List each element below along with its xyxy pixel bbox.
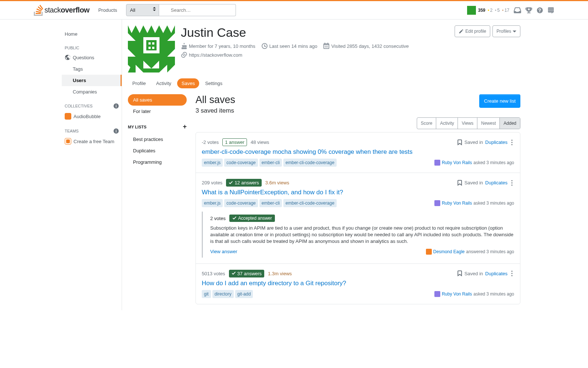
more-vertical-icon xyxy=(511,139,513,145)
svg-point-24 xyxy=(511,139,512,141)
sidebar-item-audiobubble[interactable]: AudioBubble xyxy=(62,110,122,123)
list-programming[interactable]: Programming xyxy=(128,156,187,168)
sidebar-item-users[interactable]: Users xyxy=(62,75,122,86)
add-list-icon[interactable]: + xyxy=(183,123,187,131)
profile-tabs: Profile Activity Saves Settings xyxy=(128,78,520,88)
sidebar-item-tags[interactable]: Tags xyxy=(62,63,122,75)
more-vertical-icon xyxy=(511,270,513,276)
item-title-link[interactable]: What is a NullPointerException, and how … xyxy=(202,189,514,196)
edit-profile-label: Edit profile xyxy=(465,29,486,34)
accepted-badge: Accepted answer xyxy=(229,215,275,222)
silver-badge-count: 5 xyxy=(495,8,500,13)
products-link[interactable]: Products xyxy=(94,5,121,15)
list-best-practices[interactable]: Best practices xyxy=(128,134,187,145)
saved-list-link[interactable]: Duplicates xyxy=(485,139,508,145)
tag[interactable]: git xyxy=(202,290,211,298)
svg-point-26 xyxy=(511,144,512,145)
logo[interactable]: stackoverflow xyxy=(34,5,89,16)
profile-url[interactable]: https://stackoverflow.com xyxy=(181,52,242,58)
item-title-link[interactable]: How do I add an empty directory to a Git… xyxy=(202,280,514,287)
saved-items-list: -2 votes1 answer48 views Saved in Duplic… xyxy=(196,132,520,304)
item-stats: 209 votes 12 answers3.6m views xyxy=(202,179,289,187)
tag[interactable]: ember-cli xyxy=(259,199,282,207)
sidebar-item-create-team[interactable]: Create a free Team xyxy=(62,135,122,148)
saved-item: 209 votes 12 answers3.6m views Saved in … xyxy=(196,173,520,264)
main-column: All saves 3 saved items Create new list … xyxy=(196,94,520,304)
sidebar-item-label: Questions xyxy=(73,55,94,60)
tab-saves[interactable]: Saves xyxy=(177,78,199,88)
tag[interactable]: code-coverage xyxy=(224,199,258,207)
list-all-saves[interactable]: All saves xyxy=(128,94,187,106)
item-more-button[interactable] xyxy=(510,139,514,145)
answer-preview: 2 votes Accepted answerSubscription keys… xyxy=(202,212,514,258)
saved-count: 3 saved items xyxy=(196,107,235,114)
sidebar-heading-label: TEAMS xyxy=(65,129,79,133)
sort-score[interactable]: Score xyxy=(417,118,436,129)
list-for-later[interactable]: For later xyxy=(128,106,187,117)
tag[interactable]: ember-cli xyxy=(259,159,282,167)
profiles-label: Profiles xyxy=(496,29,511,34)
tab-activity[interactable]: Activity xyxy=(152,78,176,88)
search-scope-dropdown[interactable]: All xyxy=(126,4,159,16)
tag[interactable]: code-coverage xyxy=(224,159,258,167)
saved-in: Saved in Duplicates xyxy=(457,180,514,186)
sort-views[interactable]: Views xyxy=(458,118,477,129)
community-icon[interactable] xyxy=(548,7,554,14)
info-icon[interactable]: i xyxy=(114,103,119,109)
saved-in: Saved in Duplicates xyxy=(457,139,514,146)
user-rep-widget[interactable]: 359 2 5 17 xyxy=(467,6,509,15)
sidebar-item-questions[interactable]: Questions xyxy=(62,52,122,63)
tag[interactable]: ember-cli-code-coverage xyxy=(283,159,337,167)
saved-list-link[interactable]: Duplicates xyxy=(485,271,508,276)
help-icon[interactable] xyxy=(537,7,543,14)
profiles-dropdown-button[interactable]: Profiles xyxy=(492,25,520,37)
achievements-icon[interactable] xyxy=(526,7,532,14)
item-title-link[interactable]: ember-cli-code-coverage mocha showing 0%… xyxy=(202,148,514,156)
svg-point-25 xyxy=(511,142,512,143)
answers-badge: 12 answers xyxy=(226,179,261,187)
profile-actions: Edit profile Profiles xyxy=(455,25,520,37)
left-sidebar: Home PUBLIC Questions Tags Users Compani… xyxy=(62,20,122,310)
tag[interactable]: ember-cli-code-coverage xyxy=(283,199,337,207)
info-icon[interactable]: i xyxy=(114,128,119,134)
author-link[interactable]: Ruby Von Rails xyxy=(442,291,472,297)
tag[interactable]: ember.js xyxy=(202,159,223,167)
svg-rect-20 xyxy=(148,42,151,45)
tag[interactable]: directory xyxy=(212,290,234,298)
sidebar-heading-label: COLLECTIVES xyxy=(65,104,93,108)
sidebar-item-label: AudioBubble xyxy=(74,114,101,119)
sidebar-item-companies[interactable]: Companies xyxy=(62,86,122,98)
profile-header: Justin Case Member for 7 years, 10 month… xyxy=(128,25,520,72)
list-duplicates[interactable]: Duplicates xyxy=(128,145,187,156)
saved-in-label: Saved in xyxy=(465,139,483,145)
sort-activity[interactable]: Activity xyxy=(436,118,458,129)
author-link[interactable]: Ruby Von Rails xyxy=(442,201,472,206)
link-icon xyxy=(181,52,187,58)
bookmark-icon xyxy=(457,180,462,186)
inbox-icon[interactable] xyxy=(514,7,521,14)
edit-profile-button[interactable]: Edit profile xyxy=(455,25,490,37)
create-list-button[interactable]: Create new list xyxy=(479,94,520,108)
author-link[interactable]: Ruby Von Rails xyxy=(442,160,472,165)
saved-list-link[interactable]: Duplicates xyxy=(485,180,508,185)
view-answer-link[interactable]: View answer xyxy=(210,249,237,255)
tab-settings[interactable]: Settings xyxy=(201,78,227,88)
identicon-graphic xyxy=(128,25,175,72)
sort-added[interactable]: Added xyxy=(500,118,520,129)
pencil-icon xyxy=(459,29,464,34)
check-icon xyxy=(229,181,233,185)
author-link[interactable]: Desmond Eagle xyxy=(433,249,465,254)
item-more-button[interactable] xyxy=(510,180,514,186)
avatar[interactable] xyxy=(128,25,175,72)
tag[interactable]: ember.js xyxy=(202,199,223,207)
team-icon xyxy=(65,138,71,145)
search-input[interactable] xyxy=(159,4,236,16)
tag[interactable]: git-add xyxy=(235,290,253,298)
views: 48 views xyxy=(251,139,269,145)
svg-point-32 xyxy=(511,275,512,276)
tab-profile[interactable]: Profile xyxy=(128,78,150,88)
sidebar-heading-teams: TEAMS i xyxy=(62,123,122,135)
sidebar-item-home[interactable]: Home xyxy=(62,28,122,40)
item-more-button[interactable] xyxy=(510,270,514,276)
sort-newest[interactable]: Newest xyxy=(477,118,500,129)
